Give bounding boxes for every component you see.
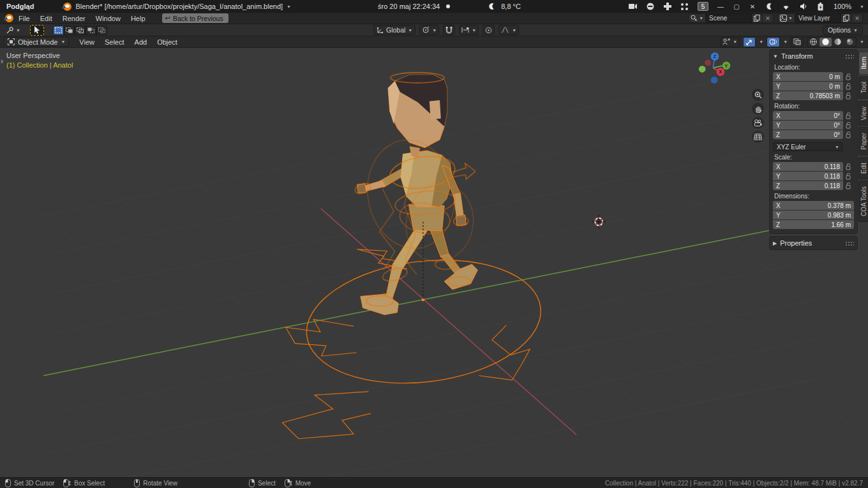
toggle-perspective-button[interactable] xyxy=(752,131,764,143)
options-dropdown[interactable]: Options ▼ xyxy=(823,26,863,35)
view-layer-name-field[interactable]: View Layer xyxy=(795,13,841,23)
character-anatol[interactable] xyxy=(357,75,477,314)
active-tool-tab-button[interactable]: ▼ xyxy=(4,26,22,35)
chevron-down-icon[interactable]: ▼ xyxy=(860,4,864,9)
rotation-x-field[interactable]: X0° xyxy=(773,111,843,120)
shading-material-button[interactable] xyxy=(832,38,844,47)
location-z-field[interactable]: Z0.78503 m xyxy=(773,91,843,100)
scale-y-field[interactable]: Y0.118 xyxy=(773,172,843,181)
view-layer-remove-button[interactable]: ✕ xyxy=(852,13,863,23)
menu-file[interactable]: File xyxy=(13,13,35,24)
gizmo-neg-y-ball[interactable] xyxy=(699,66,706,73)
view-layer-browse-button[interactable]: ▼ xyxy=(777,13,795,23)
active-tool-tweak-button[interactable] xyxy=(30,25,44,36)
os-app-menu[interactable]: Podgląd xyxy=(6,3,34,10)
lock-icon[interactable] xyxy=(843,112,854,119)
location-y-field[interactable]: Y0 m xyxy=(773,82,843,91)
select-mode-extend-button[interactable] xyxy=(64,26,75,35)
rotation-mode-dropdown[interactable]: XYZ Euler ▼ xyxy=(773,142,843,151)
gizmo-neg-z-ball[interactable] xyxy=(711,77,718,84)
falloff-dropdown[interactable]: ▼ xyxy=(498,25,519,35)
toolbar-expand-arrow[interactable]: › xyxy=(1,57,3,66)
show-gizmo-dropdown[interactable]: ▼ xyxy=(720,37,740,47)
rig-root-control[interactable] xyxy=(282,248,548,439)
vp-menu-add[interactable]: Add xyxy=(130,36,153,48)
window-maximize-button[interactable]: ▢ xyxy=(733,3,740,10)
vp-menu-select[interactable]: Select xyxy=(100,36,130,48)
scale-z-field[interactable]: Z0.118 xyxy=(773,181,843,190)
viewport-3d[interactable]: Z Y X User Perspective (1) Collection | … xyxy=(0,48,868,477)
do-not-disturb-icon[interactable] xyxy=(646,2,655,11)
rotation-z-field[interactable]: Z0° xyxy=(773,130,843,139)
lock-icon[interactable] xyxy=(843,173,854,180)
os-window-title-button[interactable]: Blender* [/home/artur/Dropbox/projekty/S… xyxy=(63,3,291,11)
lock-icon[interactable] xyxy=(843,122,854,129)
dimensions-z-field[interactable]: Z1.66 m xyxy=(773,220,854,229)
scene-name-field[interactable]: Scene xyxy=(706,13,752,23)
rotation-y-field[interactable]: Y0° xyxy=(773,121,843,129)
scene-unlink-button[interactable]: ✕ xyxy=(763,13,774,23)
volume-icon[interactable] xyxy=(799,2,808,11)
orientation-dropdown[interactable]: Global ▼ xyxy=(373,25,415,35)
panel-grip-icon[interactable] xyxy=(845,241,854,246)
lock-icon[interactable] xyxy=(843,131,854,138)
tab-item[interactable]: Item xyxy=(858,51,868,75)
menu-render[interactable]: Render xyxy=(57,13,91,24)
snap-target-dropdown[interactable]: ▼ xyxy=(459,25,479,35)
mode-dropdown[interactable]: Object Mode ▼ xyxy=(4,37,69,47)
select-mode-set-button[interactable] xyxy=(53,26,64,35)
scale-x-field[interactable]: X0.118 xyxy=(773,162,843,171)
overlays-toggle-button[interactable] xyxy=(767,37,780,47)
snap-toggle-button[interactable] xyxy=(443,25,455,35)
dimensions-x-field[interactable]: X0.378 m xyxy=(773,201,854,210)
lock-icon[interactable] xyxy=(843,92,854,100)
vp-menu-object[interactable]: Object xyxy=(152,36,183,48)
back-to-previous-button[interactable]: ↩ Back to Previous xyxy=(162,13,228,23)
window-close-button[interactable]: ✕ xyxy=(749,3,756,10)
blender-menu-icon[interactable] xyxy=(5,14,13,22)
shading-solid-button[interactable] xyxy=(819,38,832,47)
zoom-button[interactable] xyxy=(752,89,764,101)
battery-icon[interactable] xyxy=(816,2,825,11)
lock-icon[interactable] xyxy=(843,73,854,80)
shading-wireframe-button[interactable] xyxy=(807,38,819,47)
tab-paper[interactable]: Paper xyxy=(858,127,868,156)
chevron-down-icon[interactable]: ▼ xyxy=(783,40,788,44)
view-layer-new-button[interactable] xyxy=(841,13,852,23)
chevron-down-icon[interactable]: ▼ xyxy=(860,40,864,44)
xray-toggle-button[interactable] xyxy=(791,37,804,47)
os-clock-area[interactable]: śro 20 maj 22:24:34 8,8 °C xyxy=(378,0,521,13)
workspaces-icon[interactable] xyxy=(680,2,689,11)
pan-button[interactable] xyxy=(752,103,764,115)
select-mode-invert-button[interactable] xyxy=(86,26,96,35)
camera-view-button[interactable] xyxy=(752,117,764,129)
gizmo-neg-x-ball[interactable] xyxy=(705,59,711,66)
screencast-icon[interactable] xyxy=(629,2,638,11)
tab-tool[interactable]: Tool xyxy=(858,76,868,99)
tab-coa-tools[interactable]: COA Tools xyxy=(858,181,868,222)
wifi-icon[interactable] xyxy=(782,2,791,11)
shading-rendered-button[interactable] xyxy=(844,38,856,47)
lock-icon[interactable] xyxy=(843,182,854,189)
night-light-icon[interactable] xyxy=(765,2,774,11)
location-x-field[interactable]: X0 m xyxy=(773,72,843,81)
select-mode-intersect-button[interactable] xyxy=(96,26,107,35)
tab-edit[interactable]: Edit xyxy=(858,157,868,179)
select-mode-subtract-button[interactable] xyxy=(75,26,86,35)
navigation-gizmo[interactable]: Z Y X xyxy=(699,52,730,84)
scene-browse-button[interactable]: ▼ xyxy=(688,13,706,23)
tab-view[interactable]: View xyxy=(858,101,868,126)
pivot-point-dropdown[interactable]: ▼ xyxy=(419,25,439,35)
panel-grip-icon[interactable] xyxy=(845,54,854,59)
workspace-number-badge[interactable]: 5 xyxy=(698,2,708,11)
health-extension-icon[interactable] xyxy=(663,2,672,11)
proportional-edit-button[interactable] xyxy=(483,25,495,35)
transform-panel-header[interactable]: ▼ Transform xyxy=(773,51,854,61)
window-minimize-button[interactable]: — xyxy=(717,3,724,10)
vp-menu-view[interactable]: View xyxy=(74,36,100,48)
lock-icon[interactable] xyxy=(843,83,854,90)
menu-help[interactable]: Help xyxy=(126,13,151,24)
chevron-down-icon[interactable]: ▼ xyxy=(759,40,763,44)
properties-panel-header[interactable]: ▶ Properties xyxy=(773,238,854,248)
gizmos-toggle-button[interactable] xyxy=(743,37,756,47)
